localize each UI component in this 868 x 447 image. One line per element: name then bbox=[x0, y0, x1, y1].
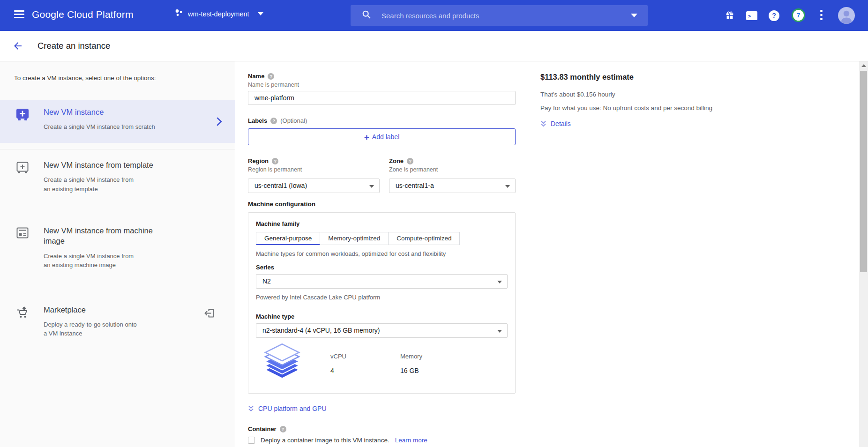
expand-more-double-icon bbox=[248, 405, 254, 412]
name-hint: Name is permanent bbox=[248, 82, 516, 88]
tab-general-purpose[interactable]: General-purpose bbox=[256, 232, 320, 245]
machine-family-tabs: General-purpose Memory-optimized Compute… bbox=[256, 232, 508, 245]
cpu-platform-gpu-link[interactable]: CPU platform and GPU bbox=[248, 405, 516, 412]
option-title: New VM instance bbox=[44, 107, 155, 117]
menu-icon[interactable] bbox=[14, 10, 24, 21]
chevron-down-icon bbox=[505, 185, 510, 188]
memory-label: Memory bbox=[400, 353, 459, 360]
machine-family-label: Machine family bbox=[256, 220, 299, 227]
memory-value: 16 GB bbox=[400, 367, 459, 374]
avatar[interactable] bbox=[838, 7, 855, 24]
labels-optional-note: (Optional) bbox=[280, 117, 307, 124]
content-area: To create a VM instance, select one of t… bbox=[0, 61, 868, 447]
creation-options-sidebar: To create a VM instance, select one of t… bbox=[0, 61, 235, 447]
learn-more-link[interactable]: Learn more bbox=[395, 437, 427, 444]
option-title: New VM instance from machine image bbox=[44, 225, 153, 246]
name-input[interactable] bbox=[248, 91, 516, 105]
zone-select[interactable]: us-central1-a bbox=[389, 179, 516, 193]
zone-help-icon[interactable]: ? bbox=[407, 158, 413, 164]
plus-icon: + bbox=[364, 133, 369, 142]
vm-instance-plus-icon bbox=[16, 107, 44, 132]
option-new-vm-from-template[interactable]: New VM instance from template Create a s… bbox=[0, 153, 235, 205]
deploy-container-checkbox[interactable] bbox=[248, 437, 255, 444]
option-title: New VM instance from template bbox=[44, 160, 153, 170]
machine-configuration-card: Machine family General-purpose Memory-op… bbox=[248, 212, 516, 394]
marketplace-cart-icon bbox=[16, 305, 44, 338]
search-input[interactable] bbox=[382, 12, 631, 20]
zone-label: Zone bbox=[389, 157, 404, 164]
svg-text:>_: >_ bbox=[748, 13, 754, 19]
page-header: Create an instance bbox=[0, 31, 868, 61]
hourly-estimate-text: That's about $0.156 hourly bbox=[540, 91, 850, 98]
chevron-down-icon bbox=[497, 281, 502, 283]
series-select[interactable]: N2 bbox=[256, 274, 508, 289]
instance-form: Name ? Name is permanent Labels ? (Optio… bbox=[248, 73, 516, 447]
region-help-icon[interactable]: ? bbox=[272, 158, 278, 164]
option-marketplace[interactable]: Marketplace Deploy a ready-to-go solutio… bbox=[0, 298, 235, 350]
option-description: Deploy a ready-to-go solution onto a VM … bbox=[44, 320, 137, 338]
search-dropdown-caret[interactable] bbox=[631, 14, 637, 17]
machine-configuration-title: Machine configuration bbox=[248, 201, 516, 208]
add-label-button[interactable]: + Add label bbox=[248, 128, 516, 145]
series-label: Series bbox=[256, 264, 274, 271]
expand-more-double-icon bbox=[540, 120, 546, 127]
vcpu-label: vCPU bbox=[330, 353, 389, 360]
vertical-scrollbar[interactable] bbox=[859, 61, 868, 447]
machine-family-hint: Machine types for common workloads, opti… bbox=[256, 250, 508, 257]
back-arrow-icon[interactable] bbox=[12, 40, 23, 53]
billing-note-text: Pay for what you use: No upfront costs a… bbox=[540, 104, 850, 112]
monthly-estimate-title: $113.83 monthly estimate bbox=[540, 73, 850, 82]
labels-label: Labels bbox=[248, 117, 267, 124]
search-bar[interactable] bbox=[351, 5, 648, 26]
notifications-badge[interactable]: 7 bbox=[792, 8, 805, 22]
chevron-down-icon bbox=[497, 330, 502, 333]
option-description: Create a single VM instance from scratch bbox=[44, 122, 155, 132]
whats-new-gift-icon[interactable] bbox=[725, 10, 735, 22]
container-help-icon[interactable]: ? bbox=[280, 426, 286, 432]
cloud-shell-icon[interactable]: >_ bbox=[746, 11, 757, 22]
chevron-down-icon bbox=[369, 185, 374, 188]
scrollbar-thumb[interactable] bbox=[860, 71, 867, 272]
deploy-container-text: Deploy a container image to this VM inst… bbox=[261, 437, 389, 444]
cost-estimate-panel: $113.83 monthly estimate That's about $0… bbox=[540, 73, 850, 127]
chevron-right-icon bbox=[216, 117, 223, 128]
estimate-details-link[interactable]: Details bbox=[540, 120, 850, 127]
exit-to-app-icon[interactable] bbox=[203, 307, 215, 321]
product-logo[interactable]: Google Cloud Platform bbox=[32, 9, 134, 20]
more-vert-icon[interactable] bbox=[820, 10, 823, 22]
option-new-vm-instance[interactable]: New VM instance Create a single VM insta… bbox=[0, 100, 235, 143]
option-new-vm-from-machine-image[interactable]: New VM instance from machine image Creat… bbox=[0, 219, 235, 281]
page-title: Create an instance bbox=[37, 41, 110, 51]
project-icon bbox=[174, 8, 183, 19]
option-description: Create a single VM instance from an exis… bbox=[44, 175, 153, 194]
name-label: Name bbox=[248, 73, 264, 80]
name-help-icon[interactable]: ? bbox=[268, 73, 274, 80]
machine-type-select[interactable]: n2-standard-4 (4 vCPU, 16 GB memory) bbox=[256, 323, 508, 338]
project-selector[interactable]: wm-test-deployment bbox=[174, 8, 263, 19]
layers-icon bbox=[263, 343, 301, 385]
machine-specs: vCPU 4 Memory 16 GB bbox=[256, 343, 508, 385]
machine-type-label: Machine type bbox=[256, 313, 294, 320]
option-title: Marketplace bbox=[44, 305, 137, 315]
labels-help-icon[interactable]: ? bbox=[270, 118, 277, 124]
scrollbar-up-arrow[interactable] bbox=[859, 61, 868, 69]
template-plus-icon bbox=[16, 160, 44, 194]
region-hint: Region is permanent bbox=[248, 166, 380, 173]
machine-image-icon bbox=[16, 225, 44, 270]
divider bbox=[0, 149, 235, 149]
help-icon[interactable]: ? bbox=[769, 10, 779, 21]
tab-memory-optimized[interactable]: Memory-optimized bbox=[320, 232, 389, 245]
top-app-bar: Google Cloud Platform wm-test-deployment… bbox=[0, 0, 868, 31]
region-label: Region bbox=[248, 157, 269, 164]
search-icon bbox=[362, 10, 371, 21]
chevron-down-icon bbox=[258, 12, 263, 15]
option-description: Create a single VM instance from an exis… bbox=[44, 252, 153, 270]
sidebar-intro-text: To create a VM instance, select one of t… bbox=[14, 74, 221, 82]
container-label: Container bbox=[248, 425, 277, 432]
tab-compute-optimized[interactable]: Compute-optimized bbox=[388, 232, 460, 245]
region-select[interactable]: us-central1 (Iowa) bbox=[248, 179, 380, 193]
vcpu-value: 4 bbox=[330, 367, 389, 374]
series-hint: Powered by Intel Cascade Lake CPU platfo… bbox=[256, 294, 508, 301]
project-name: wm-test-deployment bbox=[188, 10, 249, 18]
zone-hint: Zone is permanent bbox=[389, 166, 516, 173]
